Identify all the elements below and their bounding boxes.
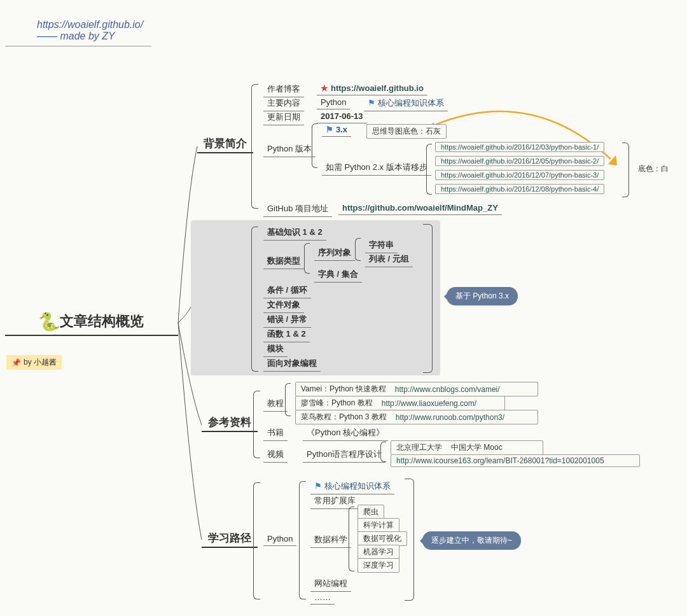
mm-item-4: 错误 / 异常 xyxy=(263,312,311,328)
mm-item-0: 基础知识 1 & 2 xyxy=(263,225,326,241)
alt-link-3[interactable]: https://woaielf.github.io/2016/12/08/pyt… xyxy=(435,184,604,194)
root-title: 文章结构概览 xyxy=(60,312,144,331)
ref-tut-1[interactable]: 廖雪峰：Python 教程http://www.liaoxuefeng.com/ xyxy=(295,396,505,410)
bg-pyver-main: ⚑3.x xyxy=(322,123,351,137)
path-ds: 数据科学 xyxy=(310,532,351,548)
path-etc: …… xyxy=(310,591,335,605)
header: https://woaielf.github.io/ —— made by ZY xyxy=(37,19,143,42)
bracket-altlinks-right xyxy=(622,143,629,197)
ref-tut-2[interactable]: 菜鸟教程：Python 3 教程http://www.runoob.com/py… xyxy=(295,410,538,424)
pin-icon: 📌 xyxy=(11,358,21,367)
path-py-label: Python xyxy=(263,532,296,546)
path-bubble: 逐步建立中，敬请期待~ xyxy=(422,531,521,550)
bracket-datatype xyxy=(304,243,310,274)
bg-pyver-alt: 如需 Python 2.x 版本请移步 xyxy=(322,160,431,176)
bg-date-label: 更新日期 xyxy=(263,109,304,125)
path-ds-1: 科学计算 xyxy=(357,518,399,533)
bracket-ds xyxy=(349,507,354,571)
ref-tut-label: 教程 xyxy=(263,396,288,412)
bg-blog-url[interactable]: ★https://woaielf.github.io xyxy=(317,81,427,95)
ref-book-label: 书籍 xyxy=(263,425,288,441)
mm-item-5: 函数 1 & 2 xyxy=(263,326,310,342)
root-node: 🐍 文章结构概览 xyxy=(38,312,144,331)
bracket-video xyxy=(380,442,386,462)
bg-content-value: Python xyxy=(317,95,350,109)
alt-link-1[interactable]: https://woaielf.github.io/2016/12/05/pyt… xyxy=(435,156,604,166)
bracket-mm-right xyxy=(423,224,433,373)
author-text: by 小越酱 xyxy=(24,357,57,368)
bg-pyver-note: 思维导图底色：石灰 xyxy=(366,124,447,139)
path-ds-3: 机器学习 xyxy=(357,545,399,559)
bg-gh-label: GitHub 项目地址 xyxy=(263,201,332,217)
branch-references: 参考资料 xyxy=(202,414,258,432)
bracket-path-inner xyxy=(299,481,306,599)
header-divider xyxy=(5,46,151,46)
mm-seq-1: 列表 / 元组 xyxy=(365,251,413,267)
mm-item-2: 条件 / 循环 xyxy=(263,283,311,298)
bracket-mm xyxy=(251,227,258,372)
path-ds-2: 数据可视化 xyxy=(357,531,407,546)
alt-bottom-note: 底色：白 xyxy=(638,164,669,174)
mm-item-3: 文件对象 xyxy=(263,297,304,313)
mm-seq-label: 序列对象 xyxy=(314,245,355,261)
bracket-altlinks xyxy=(426,144,432,195)
bg-content-tag: ⚑核心编程知识体系 xyxy=(364,95,448,111)
mindmap-panel xyxy=(191,220,440,375)
ref-video-url[interactable]: http://www.icourse163.org/learn/BIT-2680… xyxy=(391,454,640,467)
ref-video-top: 北京理工大学中国大学 Mooc xyxy=(391,440,543,455)
path-tag: ⚑核心编程知识体系 xyxy=(310,479,394,494)
mindmap-canvas: https://woaielf.github.io/ —— made by ZY… xyxy=(0,0,687,616)
ref-book-value: 《Python 核心编程》 xyxy=(303,425,388,441)
path-ds-0: 爬虫 xyxy=(357,505,384,519)
header-url: https://woaielf.github.io/ xyxy=(37,19,143,31)
mm-dict-label: 字典 / 集合 xyxy=(314,267,362,283)
alt-link-2[interactable]: https://woaielf.github.io/2016/12/07/pyt… xyxy=(435,170,604,180)
branch-background: 背景简介 xyxy=(197,135,253,153)
root-underline xyxy=(5,335,178,336)
mm-item-6: 模块 xyxy=(263,341,288,357)
path-ds-4: 深度学习 xyxy=(357,558,399,573)
bracket-bg xyxy=(251,84,258,209)
bracket-pyver xyxy=(312,123,317,168)
ref-video-name: Python语言程序设计 xyxy=(303,447,385,463)
svg-marker-1 xyxy=(608,155,617,165)
bracket-seq xyxy=(355,238,361,261)
header-byline: —— made by ZY xyxy=(37,31,143,42)
bg-date-value: 2017-06-13 xyxy=(317,109,367,123)
star-icon: ★ xyxy=(321,83,328,93)
bg-gh-url[interactable]: https://github.com/woaielf/MindMap_ZY xyxy=(338,201,502,215)
bg-pyver-label: Python 版本 xyxy=(263,141,316,157)
flag-icon: ⚑ xyxy=(314,481,322,491)
python-logo-icon: 🐍 xyxy=(38,312,56,330)
author-badge: 📌 by 小越酱 xyxy=(6,355,62,370)
mm-bubble: 基于 Python 3.x xyxy=(447,287,518,305)
bracket-tut xyxy=(285,383,291,416)
path-web: 网站编程 xyxy=(310,576,351,592)
bracket-path-right xyxy=(405,479,414,601)
ref-video-label: 视频 xyxy=(263,447,288,463)
mm-item-1: 数据类型 xyxy=(263,253,304,269)
mm-item-7: 面向对象编程 xyxy=(263,356,321,372)
flag-icon: ⚑ xyxy=(368,98,375,108)
bracket-ref xyxy=(253,391,260,458)
alt-link-0[interactable]: https://woaielf.github.io/2016/12/03/pyt… xyxy=(435,142,604,152)
bracket-path xyxy=(253,482,260,599)
flag-icon: ⚑ xyxy=(326,125,333,134)
branch-path: 学习路径 xyxy=(202,529,258,548)
ref-tut-0[interactable]: Vamei：Python 快速教程http://www.cnblogs.com/… xyxy=(295,382,538,396)
